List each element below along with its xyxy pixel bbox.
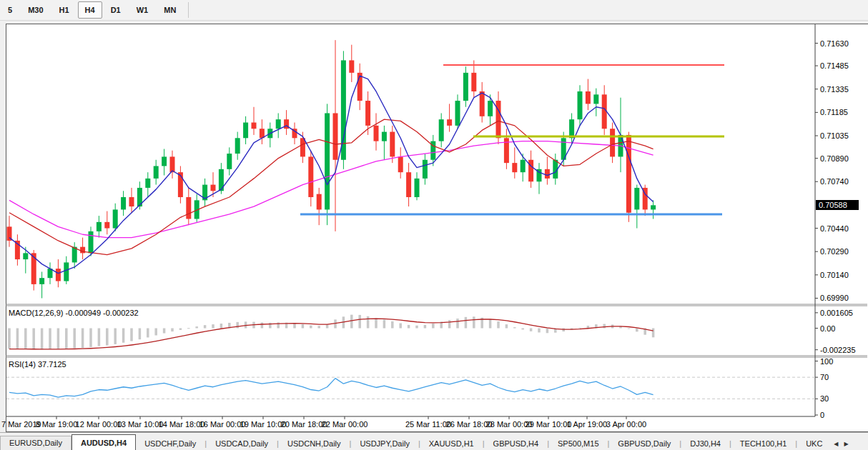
- tab-scroll-left-button[interactable]: ◀: [831, 437, 841, 450]
- chart-tab-usdcad-daily[interactable]: USDCAD,Daily: [207, 437, 277, 450]
- chart-tab-gbpusd-h4[interactable]: GBPUSD,H4: [485, 437, 548, 450]
- tab-scroll-right-button[interactable]: ▶: [842, 437, 852, 450]
- price-axis-tick: 0.70740: [820, 177, 849, 186]
- price-axis-tick: 0.71630: [820, 39, 849, 48]
- price-axis-tick: 0.70140: [820, 271, 849, 279]
- price-axis-tick: 0.71485: [820, 61, 849, 70]
- chart-tab-usdchf-daily[interactable]: USDCHF,Daily: [136, 437, 204, 450]
- chart-tab-xauusd-h1[interactable]: XAUUSD,H1: [420, 437, 483, 450]
- time-axis-label: 1 Apr 19:00: [567, 420, 607, 429]
- chart-canvas[interactable]: [0, 0, 868, 450]
- price-axis-tick: 0.71335: [820, 85, 849, 94]
- time-axis-label: 16 Mar 00:00: [199, 420, 246, 429]
- price-axis-tick: 0.70290: [820, 247, 849, 256]
- macd-indicator-label: MACD(12,26,9) -0.000949 -0.000232: [9, 309, 139, 317]
- price-axis-tick: 0.70440: [820, 224, 849, 233]
- rsi-axis-tick: 100: [820, 357, 833, 366]
- time-axis-label: 8 Mar 19:00: [36, 420, 78, 429]
- mt4-window: 5M30H1H4D1W1MN ▲AUDUSD,H4 0.70604 0.7060…: [0, 0, 868, 450]
- time-axis-label: 25 Mar 11:00: [405, 420, 451, 429]
- rsi-axis-tick: 70: [820, 373, 829, 381]
- chart-tab-bar: EURUSD,DailyAUDUSD,H4USDCHF,Daily|USDCAD…: [0, 432, 868, 450]
- macd-axis-tick: -0.002235: [820, 346, 856, 354]
- time-axis-label: 14 Mar 18:00: [159, 420, 205, 429]
- chart-tab-usdcnh-daily[interactable]: USDCNH,Daily: [279, 437, 350, 450]
- chart-tab-ukc[interactable]: UKC: [797, 437, 831, 450]
- chart-tab-tech100-h1[interactable]: TECH100,H1: [731, 437, 795, 450]
- chart-tab-dj30-h4[interactable]: DJ30,H4: [681, 437, 729, 450]
- time-axis-label: 22 Mar 00:00: [322, 420, 368, 429]
- rsi-indicator-label: RSI(14) 37.7125: [9, 360, 66, 369]
- chart-tab-audusd-h4[interactable]: AUDUSD,H4: [71, 434, 136, 450]
- time-axis-label: 3 Apr 00:00: [606, 420, 646, 429]
- rsi-axis-tick: 30: [820, 394, 829, 403]
- time-axis-label: 20 Mar 18:00: [281, 420, 327, 429]
- price-axis-tick: 0.69990: [820, 294, 849, 302]
- chart-tab-usdjpy-daily[interactable]: USDJPY,Daily: [351, 437, 418, 450]
- time-axis-label: 19 Mar 10:00: [240, 420, 287, 429]
- time-axis-label: 12 Mar 00:00: [76, 420, 122, 429]
- macd-axis-tick: 0.00: [820, 324, 835, 333]
- price-axis-tick: 0.70890: [820, 154, 849, 163]
- chart-tab-gbpusd-daily[interactable]: GBPUSD,Daily: [609, 437, 679, 450]
- price-axis-tick: 0.71185: [820, 108, 848, 116]
- chart-tab-eurusd-daily[interactable]: EURUSD,Daily: [0, 436, 71, 450]
- macd-axis-tick: 0.001605: [820, 309, 853, 317]
- current-price-badge: 0.70588: [816, 200, 859, 210]
- time-axis-label: 29 Mar 10:00: [526, 420, 572, 429]
- time-axis-label: 13 Mar 10:00: [117, 420, 164, 429]
- chart-tab-sp500-m15[interactable]: SP500,M15: [549, 437, 607, 450]
- price-axis-tick: 0.71035: [820, 131, 849, 140]
- rsi-axis-tick: 0: [820, 411, 824, 419]
